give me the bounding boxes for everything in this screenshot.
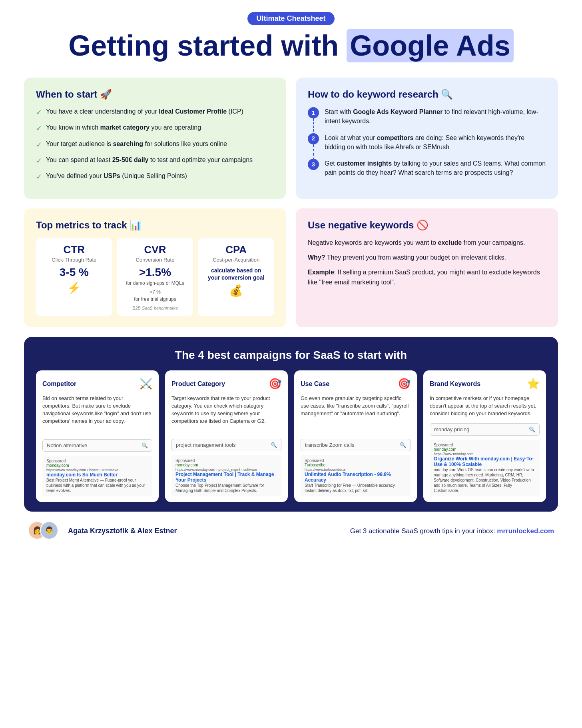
star-icon: ⭐ [527,378,540,390]
step-number: 3 [308,159,319,170]
list-item: 2 Look at what your competitors are doin… [308,133,546,152]
metrics-grid: CTR Click-Through Rate 3-5 % ⚡ CVR Conve… [36,238,274,316]
main-title: Getting started with Google Ads [24,30,558,62]
card-header: Competitor ⚔️ [42,378,152,390]
title-highlight: Google Ads [347,29,513,62]
list-item: ✓ You've defined your USPs (Unique Selli… [36,172,274,182]
swords-icon: ⚔️ [140,378,152,390]
cvr-name: CVR [124,244,187,256]
check-icon: ✓ [36,156,42,166]
check-icon: ✓ [36,172,42,182]
keyword-research-title: How to do keyword research 🔍 [308,89,546,100]
keyword-research-list: 1 Start with Google Ads Keyword Planner … [308,107,546,177]
product-category-card: Product Category 🎯 Target keywords that … [165,370,288,502]
negative-keywords-title: Use negative keywords 🚫 [308,220,546,231]
footer-cta: Get 3 actionable SaaS growth tips in you… [350,527,554,535]
search-icon: 🔍 [271,442,277,448]
product-category-desc: Target keywords that relate to your prod… [171,395,281,433]
cvr-extra: >7 % [124,289,187,295]
search-bar-mock: Notion alternative 🔍 [42,439,152,452]
footer: 👩 👨 Agata Krzysztofik & Alex Estner Get … [24,521,558,541]
footer-names: Agata Krzysztofik & Alex Estner [68,527,177,535]
benchmark-label: B2B SaaS benchmarks [124,306,187,310]
campaigns-title: The 4 best campaigns for SaaS to start w… [36,349,546,362]
list-item: ✓ You have a clear understanding of your… [36,107,274,118]
product-category-title: Product Category [171,380,225,388]
brand-keywords-desc: In competitive markets or if your homepa… [430,395,540,418]
ad-preview: Sponsored monday.comhttps://www.monday.c… [171,455,281,496]
top-metrics-title: Top metrics to track 📊 [36,220,274,231]
use-case-card: Use Case 🎯 Go even more granular by targ… [294,370,417,502]
cvr-metric: CVR Conversion Rate >1.5% for demo sign-… [117,238,193,316]
cpa-label: Cost-per-Acquisition [204,257,268,263]
step-number: 1 [308,107,319,118]
row-2: Top metrics to track 📊 CTR Click-Through… [24,208,558,327]
list-item: 1 Start with Google Ads Keyword Planner … [308,107,546,126]
when-to-start-list: ✓ You have a clear understanding of your… [36,107,274,182]
when-to-start-title: When to start 🚀 [36,89,274,100]
header-section: Ultimate Cheatsheet Getting started with… [24,12,558,62]
title-part1: Getting started with [68,30,347,62]
cvr-extra-sub: for free trial signups [124,296,187,303]
search-bar-mock: project management tools 🔍 [171,439,281,451]
card-header: Brand Keywords ⭐ [430,378,540,390]
cvr-value: >1.5% [124,266,187,279]
competitor-desc: Bid on search terms related to your comp… [42,395,152,434]
ctr-value: 3-5 % [42,266,106,279]
ctr-metric: CTR Click-Through Rate 3-5 % ⚡ [36,238,112,316]
cvr-label: Conversion Rate [124,257,187,263]
top-metrics-card: Top metrics to track 📊 CTR Click-Through… [24,208,286,327]
search-bar-mock: transcribe Zoom calls 🔍 [301,439,411,451]
ad-preview: Sponsored Turboscribehttps://www.turbosc… [301,455,411,496]
cpa-metric: CPA Cost-per-Acquisition calculate based… [198,238,274,316]
negative-keywords-content: Negative keywords are keywords you want … [308,238,546,287]
cvr-sub: for demo sign-ups or MQLs [124,280,187,287]
check-icon: ✓ [36,140,42,150]
avatar-2: 👨 [40,521,58,540]
keyword-research-card: How to do keyword research 🔍 1 Start wit… [296,78,558,199]
bullseye-icon: 🎯 [398,378,411,390]
brand-keywords-card: Brand Keywords ⭐ In competitive markets … [423,370,546,502]
competitor-campaign-card: Competitor ⚔️ Bid on search terms relate… [36,370,159,502]
money-icon: 💰 [204,284,268,297]
search-icon: 🔍 [400,442,406,448]
competitor-title: Competitor [42,380,76,388]
badge: Ultimate Cheatsheet [247,12,334,25]
check-icon: ✓ [36,124,42,134]
target-icon: 🎯 [269,378,281,390]
footer-avatars: 👩 👨 [28,521,60,541]
when-to-start-card: When to start 🚀 ✓ You have a clear under… [24,78,286,199]
lightning-icon: ⚡ [42,281,106,294]
search-icon: 🔍 [142,442,148,448]
cpa-name: CPA [204,244,268,256]
row-1: When to start 🚀 ✓ You have a clear under… [24,78,558,199]
card-header: Use Case 🎯 [301,378,411,390]
campaigns-section: The 4 best campaigns for SaaS to start w… [24,337,558,512]
negative-keywords-card: Use negative keywords 🚫 Negative keyword… [296,208,558,327]
ctr-label: Click-Through Rate [42,257,106,263]
ctr-name: CTR [42,244,106,256]
ad-preview: Sponsored monday.comhttps://www.monday.c… [42,456,152,496]
step-number: 2 [308,133,319,144]
ad-preview: Sponsored monday.comhttps://www.monday.c… [430,440,540,496]
brand-keywords-title: Brand Keywords [430,380,480,388]
list-item: ✓ You know in which market category you … [36,123,274,134]
footer-link[interactable]: mrrunlocked.com [497,527,554,535]
campaigns-grid: Competitor ⚔️ Bid on search terms relate… [36,370,546,502]
search-bar-mock: monday pricing 🔍 [430,423,540,436]
cpa-desc: calculate based on your conversion goal [204,267,268,281]
use-case-title: Use Case [301,380,329,388]
list-item: ✓ You can spend at least 25-50€ daily to… [36,156,274,166]
card-header: Product Category 🎯 [171,378,281,390]
check-icon: ✓ [36,108,42,118]
use-case-desc: Go even more granular by targeting speci… [301,395,411,433]
list-item: ✓ Your target audience is searching for … [36,140,274,150]
search-icon: 🔍 [529,426,535,432]
list-item: 3 Get customer insights by talking to yo… [308,159,546,177]
